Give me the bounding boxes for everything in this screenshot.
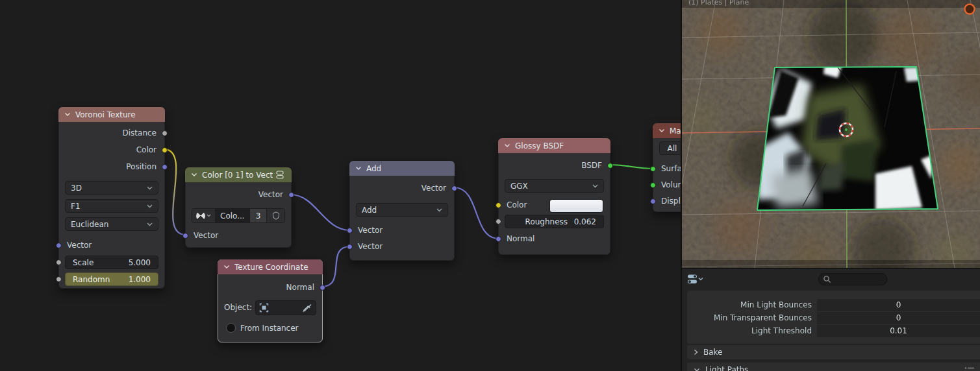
output-vector-label: Vector xyxy=(186,189,291,200)
randomness-value: 1.000 xyxy=(129,275,151,284)
panel-light-paths[interactable]: Light Paths xyxy=(687,363,980,371)
group-name-field[interactable]: Colo... xyxy=(216,209,250,222)
node-header[interactable]: Add xyxy=(349,161,455,176)
node-material-output[interactable]: Material Output All Surface Volume Displ… xyxy=(653,123,682,212)
viewport-render: (1) Plates | Plane xyxy=(682,0,980,268)
scale-label: Scale xyxy=(73,258,94,267)
blender-window: Voronoi Texture Distance Color Position … xyxy=(0,0,980,371)
browse-group-button[interactable] xyxy=(192,209,216,222)
node-header[interactable]: Material Output xyxy=(653,123,682,138)
eyedropper-icon[interactable] xyxy=(303,304,312,313)
node-header[interactable]: Color [0 1] to Vect xyxy=(185,167,292,182)
light-threshold-field[interactable]: 0.01 xyxy=(817,325,980,337)
roughness-label: Roughness xyxy=(525,217,568,226)
socket-color-out[interactable] xyxy=(162,147,168,153)
output-distance-label: Distance xyxy=(59,128,164,138)
collapse-chevron-icon[interactable] xyxy=(504,143,510,148)
collapse-chevron-icon[interactable] xyxy=(64,112,71,117)
output-position-label: Position xyxy=(59,162,164,172)
user-count: 3 xyxy=(256,211,261,221)
socket-color-in[interactable] xyxy=(496,202,501,208)
scale-field[interactable]: Scale 5.000 xyxy=(65,256,158,269)
roughness-slider[interactable]: Roughness 0.062 xyxy=(505,215,604,228)
light-object[interactable] xyxy=(965,5,975,14)
scale-value: 5.000 xyxy=(129,258,151,267)
socket-scale-in[interactable] xyxy=(56,259,62,265)
socket-vector-in[interactable] xyxy=(56,243,62,248)
min-transparent-bounces-label: Min Transparent Bounces xyxy=(687,312,812,324)
socket-bsdf-out[interactable] xyxy=(607,163,613,169)
socket-displacement-in[interactable] xyxy=(650,198,656,204)
user-count-button[interactable]: 3 xyxy=(250,209,267,222)
distribution-select[interactable]: GGX xyxy=(505,179,604,193)
node-header[interactable]: Texture Coordinate xyxy=(218,259,323,274)
chevron-down-icon xyxy=(147,204,153,208)
socket-vector-out[interactable] xyxy=(288,192,294,198)
shader-node-editor[interactable]: Voronoi Texture Distance Color Position … xyxy=(0,0,682,371)
editor-type-button[interactable] xyxy=(687,273,707,285)
fake-user-button[interactable] xyxy=(267,209,284,222)
viewport-3d[interactable]: (1) Plates | Plane xyxy=(682,0,980,268)
socket-position-out[interactable] xyxy=(162,164,168,170)
operation-select[interactable]: Add xyxy=(356,203,448,217)
object-field[interactable] xyxy=(255,300,316,315)
dimension-select[interactable]: 3D xyxy=(65,181,158,195)
node-group-color-to-vector[interactable]: Color [0 1] to Vect Vector Colo... 3 xyxy=(185,167,292,248)
target-value: All xyxy=(668,144,677,153)
socket-vector-in[interactable] xyxy=(182,233,188,239)
socket-vector2-in[interactable] xyxy=(347,244,353,250)
feature-value: F1 xyxy=(71,202,81,211)
node-header[interactable]: Voronoi Texture xyxy=(58,107,165,122)
node-header[interactable]: Glossy BSDF xyxy=(498,138,610,153)
material-preview-icon xyxy=(194,209,207,222)
output-bsdf-label: BSDF xyxy=(499,160,610,171)
node-title: Glossy BSDF xyxy=(515,141,564,150)
target-select[interactable]: All xyxy=(659,141,682,155)
panel-bake[interactable]: Bake xyxy=(687,345,980,359)
input-surface-label: Surface xyxy=(653,163,682,174)
collapse-chevron-icon[interactable] xyxy=(191,173,197,177)
color-swatch[interactable] xyxy=(549,199,603,213)
input-displacement-label: Displacement xyxy=(653,196,682,206)
socket-normal-in[interactable] xyxy=(496,236,501,242)
socket-vector-out[interactable] xyxy=(451,186,457,191)
feature-select[interactable]: F1 xyxy=(65,199,158,213)
socket-volume-in[interactable] xyxy=(650,182,656,188)
socket-roughness-in[interactable] xyxy=(496,219,501,224)
search-input[interactable] xyxy=(818,273,887,285)
roughness-value: 0.062 xyxy=(574,217,596,226)
node-title: Texture Coordinate xyxy=(234,263,308,272)
output-normal-label: Normal xyxy=(218,282,322,293)
randomness-slider[interactable]: Randomn 1.000 xyxy=(65,272,158,286)
bake-panel-label: Bake xyxy=(703,348,723,357)
collapse-chevron-icon[interactable] xyxy=(355,166,362,171)
output-vector-label: Vector xyxy=(350,183,454,193)
socket-vector1-in[interactable] xyxy=(347,228,353,233)
min-transparent-bounces-field[interactable]: 0 xyxy=(817,312,980,324)
node-title: Voronoi Texture xyxy=(75,110,136,119)
socket-normal-out[interactable] xyxy=(320,285,325,291)
collapse-chevron-icon[interactable] xyxy=(223,265,230,269)
socket-randomness-in[interactable] xyxy=(56,276,62,282)
shield-icon xyxy=(272,211,280,220)
socket-distance-out[interactable] xyxy=(162,130,168,136)
node-title: Add xyxy=(366,164,381,173)
link-glossy-to-output xyxy=(610,165,653,169)
link-add-to-glossy-normal xyxy=(454,187,499,239)
object-data-icon xyxy=(259,303,269,313)
link-group-to-add xyxy=(290,195,350,230)
collapse-chevron-icon[interactable] xyxy=(659,128,665,133)
distance-metric-select[interactable]: Euclidean xyxy=(65,217,158,231)
light-paths-panel-label: Light Paths xyxy=(705,365,748,371)
panel-grip-icon[interactable] xyxy=(964,366,975,371)
node-glossy-bsdf[interactable]: Glossy BSDF BSDF GGX Color Roughness 0.0… xyxy=(498,138,610,255)
properties-editor-icon xyxy=(687,274,704,285)
min-light-bounces-field[interactable]: 0 xyxy=(817,299,980,311)
node-voronoi-texture[interactable]: Voronoi Texture Distance Color Position … xyxy=(58,107,165,289)
chevron-down-icon xyxy=(592,184,598,188)
socket-surface-in[interactable] xyxy=(650,166,656,172)
link-voronoi-color-to-group xyxy=(164,149,186,235)
node-texture-coordinate[interactable]: Texture Coordinate Normal Object: From I… xyxy=(218,259,323,342)
node-vector-math-add[interactable]: Add Vector Add Vector Vector xyxy=(349,161,455,261)
viewport-info-text: (1) Plates | Plane xyxy=(688,0,749,6)
